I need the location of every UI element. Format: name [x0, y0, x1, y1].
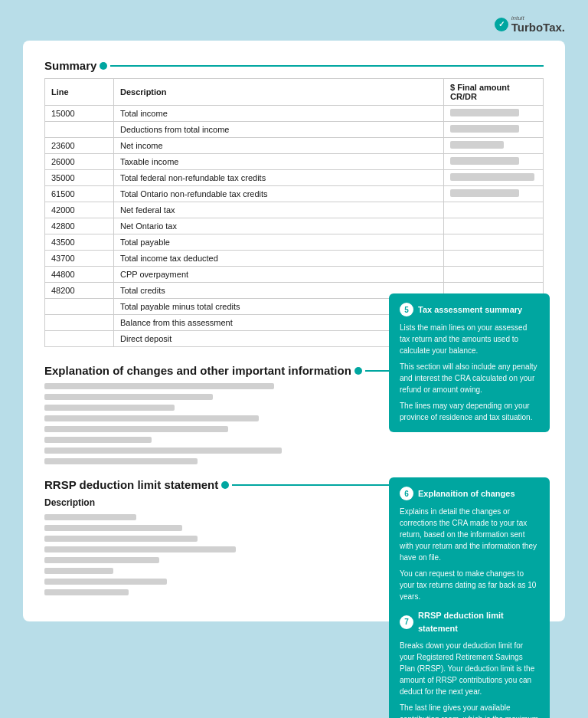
cell-line: 15000 — [45, 106, 114, 122]
cell-line: 48200 — [45, 283, 114, 299]
amount-bar — [450, 125, 519, 133]
tooltip-6-body: Explains in detail the changes or correc… — [400, 506, 539, 602]
cell-amount — [444, 186, 544, 202]
tooltip-5: 5 Tax assessment summary Lists the main … — [389, 293, 550, 432]
table-row: 35000 Total federal non-refundable tax c… — [45, 170, 544, 186]
cell-desc: Total payable — [114, 234, 444, 251]
cell-amount — [444, 170, 544, 186]
tooltip-7-para-1: Breaks down your deduction limit for you… — [400, 640, 539, 697]
exp-line — [44, 394, 213, 400]
amount-bar — [450, 173, 534, 181]
cell-line — [45, 299, 114, 315]
table-row: Deductions from total income — [45, 122, 544, 138]
rrsp-line — [44, 557, 159, 563]
turbotax-check-icon: ✓ — [495, 18, 508, 31]
cell-amount — [444, 218, 544, 234]
cell-line: 26000 — [45, 154, 114, 170]
table-header-row: Line Description $ Final amount CR/DR — [45, 79, 544, 106]
exp-line — [44, 437, 152, 443]
tooltip-7: 7 RRSP deduction limit statement Breaks … — [389, 600, 550, 718]
cell-amount — [444, 234, 544, 251]
cell-desc: Total Ontario non-refundable tax credits — [114, 186, 444, 202]
cell-line — [45, 315, 114, 331]
amount-bar — [450, 189, 519, 197]
rrsp-line — [44, 536, 198, 542]
table-row: 43700 Total income tax deducted — [45, 251, 544, 267]
tooltip-5-para-2: This section will also include any penal… — [400, 361, 539, 395]
tooltip-7-para-2: The last line gives your available contr… — [400, 702, 539, 718]
explanation-title: Explanation of changes and other importa… — [44, 364, 351, 377]
amount-bar — [450, 157, 519, 165]
cell-desc: Net income — [114, 138, 444, 154]
logo-area: ✓ intuit TurboTax. — [23, 15, 565, 33]
rrsp-dot — [221, 481, 229, 489]
tooltip-6-para-2: You can request to make changes to your … — [400, 568, 539, 602]
cell-line: 43500 — [45, 234, 114, 251]
exp-line — [44, 383, 274, 389]
tooltip-6-title: Explanaition of changes — [418, 487, 515, 500]
logo-text: intuit TurboTax. — [511, 15, 565, 33]
tooltip-5-para-1: Lists the main lines on your assessed ta… — [400, 322, 539, 356]
cell-line: 42000 — [45, 202, 114, 218]
col-header-line: Line — [45, 79, 114, 106]
rrsp-desc-label: Description — [44, 497, 95, 508]
exp-line — [44, 405, 175, 411]
logo-box: ✓ intuit TurboTax. — [495, 15, 565, 33]
cell-desc: Total income — [114, 106, 444, 122]
rrsp-title: RRSP deduction limit statement — [44, 478, 218, 491]
cell-line — [45, 122, 114, 138]
cell-desc: Taxable income — [114, 154, 444, 170]
cell-amount — [444, 154, 544, 170]
cell-desc: Deductions from total income — [114, 122, 444, 138]
cell-amount — [444, 267, 544, 283]
exp-line — [44, 448, 282, 454]
cell-line: 23600 — [45, 138, 114, 154]
cell-line: 35000 — [45, 170, 114, 186]
tooltip-6-para-1: Explains in detail the changes or correc… — [400, 506, 539, 563]
table-row: 23600 Net income — [45, 138, 544, 154]
tooltip-7-title: RRSP deduction limit statement — [418, 609, 539, 634]
explanation-dot — [354, 367, 362, 375]
rrsp-line — [44, 546, 236, 552]
tooltip-7-body: Breaks down your deduction limit for you… — [400, 640, 539, 718]
cell-line — [45, 331, 114, 347]
tooltip-6: 6 Explanaition of changes Explains in de… — [389, 477, 550, 611]
rrsp-line — [44, 525, 182, 531]
tooltip-5-para-3: The lines may vary depending on your pro… — [400, 400, 539, 423]
cell-amount — [444, 122, 544, 138]
cell-line: 61500 — [45, 186, 114, 202]
summary-line — [110, 65, 544, 67]
page-wrapper: ✓ intuit TurboTax. Summary Line Descript… — [0, 0, 588, 718]
tooltip-6-number: 6 — [400, 487, 413, 500]
amount-bar — [450, 109, 519, 116]
rrsp-line — [44, 514, 136, 520]
tooltip-5-title: Tax assessment summary — [418, 303, 522, 316]
cell-desc: Total federal non-refundable tax credits — [114, 170, 444, 186]
exp-line — [44, 426, 228, 432]
cell-amount — [444, 202, 544, 218]
cell-line: 43700 — [45, 251, 114, 267]
cell-desc: Net Ontario tax — [114, 218, 444, 234]
cell-amount — [444, 251, 544, 267]
cell-desc: Net federal tax — [114, 202, 444, 218]
rrsp-line — [44, 568, 113, 574]
table-row: 61500 Total Ontario non-refundable tax c… — [45, 186, 544, 202]
cell-desc: Total income tax deducted — [114, 251, 444, 267]
cell-desc: CPP overpayment — [114, 267, 444, 283]
tooltip-5-body: Lists the main lines on your assessed ta… — [400, 322, 539, 423]
col-header-desc: Description — [114, 79, 444, 106]
rrsp-line — [44, 589, 129, 595]
summary-dot — [100, 62, 107, 70]
table-row: 42800 Net Ontario tax — [45, 218, 544, 234]
summary-title: Summary — [44, 59, 96, 72]
tooltip-7-number: 7 — [400, 615, 413, 629]
summary-title-row: Summary — [44, 59, 544, 72]
tooltip-7-header: 7 RRSP deduction limit statement — [400, 609, 539, 634]
table-row: 43500 Total payable — [45, 234, 544, 251]
table-row: 44800 CPP overpayment — [45, 267, 544, 283]
main-card: Summary Line Description $ Final amount … — [23, 41, 565, 621]
turbotax-label: TurboTax. — [511, 21, 565, 33]
cell-line: 44800 — [45, 267, 114, 283]
cell-line: 42800 — [45, 218, 114, 234]
col-header-amount: $ Final amount CR/DR — [444, 79, 544, 106]
